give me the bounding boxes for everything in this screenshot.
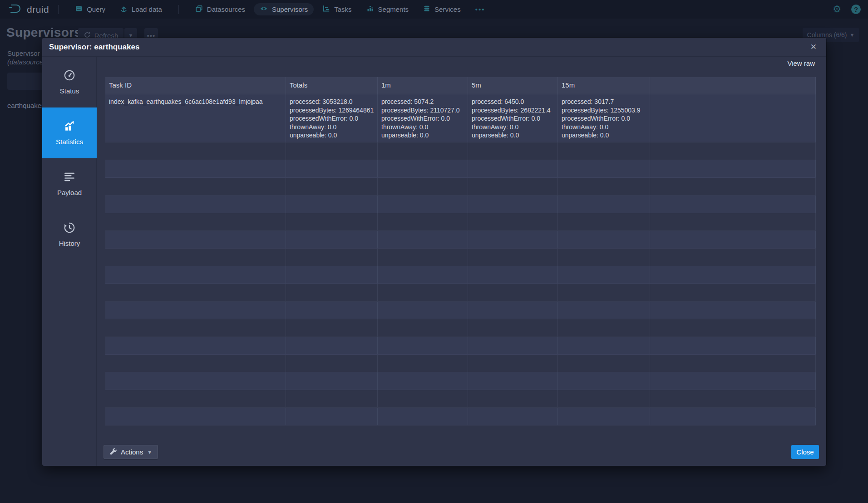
empty-cell <box>378 178 468 195</box>
close-icon[interactable]: ✕ <box>808 41 819 53</box>
query-icon <box>75 5 83 14</box>
empty-cell <box>558 231 650 248</box>
column-header-15m[interactable]: 15m <box>558 77 650 94</box>
empty-cell <box>468 319 558 337</box>
cell-totals: processed: 3053218.0 processedBytes: 126… <box>286 94 378 142</box>
top-nav-bar: druid Query Load data Datasources Superv… <box>0 0 868 19</box>
empty-cell <box>378 142 468 160</box>
empty-cell <box>105 408 286 425</box>
empty-cell <box>558 266 650 283</box>
table-empty-row <box>105 266 816 284</box>
tab-statistics[interactable]: Statistics <box>42 107 97 158</box>
empty-cell <box>558 319 650 337</box>
table-empty-row <box>105 302 816 319</box>
empty-cell <box>105 231 286 248</box>
nav-item-services[interactable]: Services <box>417 3 467 15</box>
empty-cell <box>558 213 650 230</box>
empty-cell <box>105 160 286 177</box>
column-header-totals[interactable]: Totals <box>286 77 378 94</box>
table-empty-row <box>105 213 816 231</box>
nav-separator <box>178 5 179 14</box>
nav-item-label: Datasources <box>207 5 245 13</box>
column-header-1m[interactable]: 1m <box>378 77 468 94</box>
tab-history[interactable]: History <box>42 209 97 260</box>
empty-cell <box>105 266 286 283</box>
empty-cell <box>378 390 468 407</box>
table-empty-row <box>105 195 816 213</box>
empty-cell <box>558 355 650 372</box>
empty-cell <box>558 249 650 266</box>
tab-status[interactable]: Status <box>42 57 97 107</box>
empty-cell <box>105 195 286 213</box>
empty-cell <box>468 249 558 266</box>
align-left-icon <box>64 171 75 184</box>
more-icon: ••• <box>475 5 485 13</box>
gear-icon[interactable]: ⚙ <box>833 5 841 14</box>
empty-cell <box>105 213 286 230</box>
nav-item-query[interactable]: Query <box>69 3 111 15</box>
empty-cell <box>650 390 816 407</box>
nav-item-load-data[interactable]: Load data <box>114 3 168 15</box>
close-button[interactable]: Close <box>791 445 819 459</box>
empty-cell <box>650 284 816 301</box>
nav-item-supervisors[interactable]: Supervisors <box>254 3 314 15</box>
nav-item-label: Supervisors <box>272 5 308 13</box>
empty-cell <box>286 355 378 372</box>
empty-cell <box>468 231 558 248</box>
empty-cell <box>650 266 816 283</box>
table-empty-row <box>105 337 816 355</box>
nav-item-tasks[interactable]: Tasks <box>316 3 357 15</box>
empty-cell <box>650 355 816 372</box>
empty-cell <box>558 408 650 425</box>
nav-item-segments[interactable]: Segments <box>360 3 415 15</box>
empty-cell <box>650 142 816 160</box>
nav-item-more[interactable]: ••• <box>469 3 491 15</box>
empty-cell <box>468 142 558 160</box>
empty-cell <box>105 355 286 372</box>
column-header-5m[interactable]: 5m <box>468 77 558 94</box>
empty-cell <box>378 319 468 337</box>
empty-cell <box>468 266 558 283</box>
cell-filler <box>650 94 816 142</box>
services-icon <box>423 5 430 14</box>
druid-logo[interactable]: druid <box>8 3 49 16</box>
empty-cell <box>650 231 816 248</box>
empty-cell <box>558 142 650 160</box>
druid-logo-text: druid <box>27 4 49 15</box>
tab-label: Payload <box>57 189 82 196</box>
table-empty-row <box>105 372 816 390</box>
empty-cell <box>286 195 378 213</box>
view-raw-link[interactable]: View raw <box>787 59 815 67</box>
table-header-row: Task ID Totals 1m 5m 15m <box>105 77 816 94</box>
nav-item-label: Query <box>87 5 105 13</box>
help-icon[interactable]: ? <box>851 5 861 14</box>
empty-cell <box>650 160 816 177</box>
table-empty-row <box>105 319 816 337</box>
empty-cell <box>378 302 468 319</box>
empty-cell <box>468 284 558 301</box>
actions-button[interactable]: Actions ▼ <box>104 445 158 459</box>
column-header-task-id[interactable]: Task ID <box>105 77 286 94</box>
empty-cell <box>105 319 286 337</box>
empty-cell <box>286 213 378 230</box>
tab-label: History <box>59 239 80 247</box>
empty-cell <box>558 178 650 195</box>
empty-cell <box>378 337 468 354</box>
empty-cell <box>558 390 650 407</box>
empty-cell <box>468 337 558 354</box>
dialog-title: Supervisor: earthquakes <box>49 43 139 52</box>
tab-label: Statistics <box>56 138 83 146</box>
empty-cell <box>558 160 650 177</box>
empty-cell <box>286 372 378 390</box>
empty-cell <box>286 390 378 407</box>
tab-payload[interactable]: Payload <box>42 158 97 209</box>
background-supervisor-row[interactable]: earthquakes <box>7 102 45 109</box>
empty-cell <box>105 372 286 390</box>
empty-cell <box>650 372 816 390</box>
empty-cell <box>286 337 378 354</box>
dialog-tab-rail: Status Statistics Payload History <box>42 57 97 466</box>
dialog-header: Supervisor: earthquakes ✕ <box>42 38 826 57</box>
chevron-down-icon: ▼ <box>850 32 855 38</box>
nav-item-datasources[interactable]: Datasources <box>189 3 251 15</box>
chevron-down-icon: ▼ <box>147 449 152 455</box>
